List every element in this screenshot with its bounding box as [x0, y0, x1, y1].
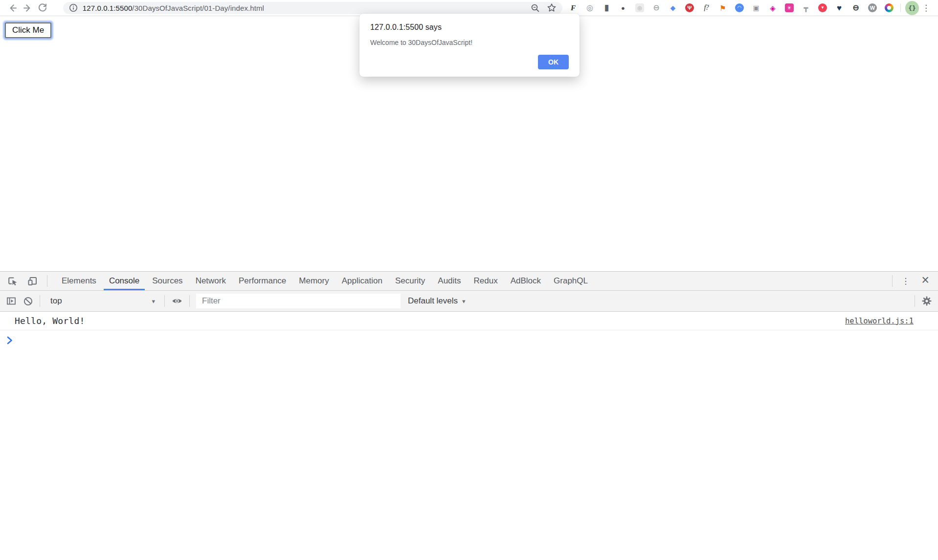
- tabbar-separator: [47, 275, 47, 287]
- tab-adblock[interactable]: AdBlock: [504, 272, 547, 290]
- console-toolbar-separator: [915, 295, 915, 307]
- console-settings-gear-icon[interactable]: [921, 296, 932, 306]
- console-toolbar-separator: [164, 295, 165, 307]
- tab-network[interactable]: Network: [189, 272, 232, 290]
- clear-console-icon[interactable]: [23, 296, 33, 306]
- graphql-extension-icon[interactable]: ◈: [768, 3, 777, 12]
- bookmark-star-icon[interactable]: [547, 3, 557, 13]
- reload-icon: [38, 3, 47, 13]
- blue-orb-extension-icon[interactable]: ◠: [735, 3, 744, 12]
- context-caret-down-icon: ▾: [152, 298, 155, 305]
- site-info-icon[interactable]: [69, 3, 78, 12]
- browser-menu-kebab-icon[interactable]: ⋮: [919, 4, 933, 12]
- heart-search-extension-icon[interactable]: ♥: [835, 3, 844, 12]
- devtools-tab-bar: Elements Console Sources Network Perform…: [0, 272, 938, 291]
- camera-target-extension-icon[interactable]: ◎: [585, 3, 594, 12]
- tab-console[interactable]: Console: [103, 272, 146, 290]
- log-levels-value: Default levels: [408, 296, 458, 306]
- extensions-bar: F ◎ ▐▌ ● ⊕ ⊖ ◆ Ψ f? ⚑ ◠ ▣ ◈ ☀ ┳ ▼ ♥ ⊖ W: [569, 3, 893, 12]
- alert-ok-button[interactable]: OK: [538, 55, 569, 69]
- alert-dialog-title: 127.0.0.1:5500 says: [370, 23, 569, 32]
- zoom-magnifier-icon[interactable]: [531, 3, 540, 13]
- tabbar-right-separator: [892, 275, 893, 287]
- console-prompt-chevron-icon: [7, 336, 13, 345]
- levels-caret-down-icon: ▾: [462, 298, 466, 305]
- tab-sources[interactable]: Sources: [146, 272, 189, 290]
- reload-button[interactable]: [35, 1, 50, 15]
- devtools-panel: Elements Console Sources Network Perform…: [0, 271, 938, 560]
- pocket-extension-icon[interactable]: ▼: [818, 3, 827, 12]
- megaphone-extension-icon[interactable]: ⚑: [718, 3, 727, 12]
- live-expression-eye-icon[interactable]: [171, 295, 183, 307]
- address-bar[interactable]: 127.0.0.1:5500/30DaysOfJavaScript/01-Day…: [63, 2, 562, 14]
- context-selector-value: top: [50, 296, 62, 306]
- color-wheel-extension-icon[interactable]: [885, 3, 893, 12]
- url-host: 127.0.0.1:5500: [83, 4, 133, 12]
- tab-memory[interactable]: Memory: [292, 272, 335, 290]
- bug-extension-icon[interactable]: ●: [619, 3, 627, 12]
- context-selector[interactable]: top ▾: [46, 296, 158, 306]
- tab-graphql[interactable]: GraphQL: [547, 272, 594, 290]
- font-inspector-extension-icon[interactable]: f?: [702, 3, 711, 12]
- fonts-ninja-extension-icon[interactable]: F: [569, 3, 578, 12]
- device-toolbar-icon[interactable]: [27, 276, 38, 287]
- forward-button[interactable]: [20, 1, 35, 15]
- console-filter-input[interactable]: [196, 294, 401, 308]
- console-toolbar-separator: [40, 295, 40, 307]
- console-prompt[interactable]: [0, 330, 938, 350]
- click-me-button[interactable]: Click Me: [5, 22, 51, 38]
- back-button[interactable]: [5, 1, 20, 15]
- devtools-tabs: Elements Console Sources Network Perform…: [55, 272, 594, 290]
- pink-gear-extension-icon[interactable]: ☀: [785, 3, 794, 12]
- console-sidebar-toggle-icon[interactable]: [6, 296, 17, 306]
- url-path: /30DaysOfJavaScript/01-Day/index.html: [132, 4, 264, 12]
- grid-extension-icon[interactable]: ⊕: [635, 3, 644, 12]
- devtools-close-icon[interactable]: ×: [918, 274, 932, 287]
- log-levels-selector[interactable]: Default levels ▾: [408, 296, 466, 306]
- url-text: 127.0.0.1:5500/30DaysOfJavaScript/01-Day…: [83, 4, 264, 12]
- console-log-message: Hello, World!: [15, 316, 845, 326]
- console-log-row: Hello, World! helloworld.js:1: [0, 312, 938, 330]
- devtools-menu-kebab-icon[interactable]: ⋮: [897, 276, 914, 286]
- console-toolbar: top ▾ Default levels ▾: [0, 291, 938, 312]
- alert-dialog-message: Welcome to 30DaysOfJavaScript!: [370, 39, 569, 46]
- toolbar-separator: [900, 3, 901, 12]
- dark-circle-extension-icon[interactable]: ⊖: [851, 3, 860, 12]
- code-circle-extension-icon[interactable]: ⊖: [652, 3, 661, 12]
- split-columns-extension-icon[interactable]: ▐▌: [602, 3, 611, 12]
- tab-security[interactable]: Security: [389, 272, 431, 290]
- inspect-element-icon[interactable]: [7, 276, 18, 287]
- adblock-extension-icon[interactable]: Ψ: [685, 3, 694, 12]
- back-arrow-icon: [7, 3, 18, 13]
- wayback-extension-icon[interactable]: W: [868, 3, 877, 12]
- tab-elements[interactable]: Elements: [55, 272, 103, 290]
- tab-redux[interactable]: Redux: [468, 272, 504, 290]
- screenshot-extension-icon[interactable]: ▣: [752, 3, 760, 12]
- console-source-link[interactable]: helloworld.js:1: [845, 317, 914, 325]
- forward-arrow-icon: [22, 3, 33, 13]
- tab-audits[interactable]: Audits: [431, 272, 467, 290]
- tab-performance[interactable]: Performance: [232, 272, 292, 290]
- color-picker-extension-icon[interactable]: ◆: [669, 3, 677, 12]
- console-output: Hello, World! helloworld.js:1: [0, 312, 938, 560]
- pipeline-extension-icon[interactable]: ┳: [802, 3, 810, 12]
- profile-avatar[interactable]: {}: [905, 1, 919, 15]
- tab-application[interactable]: Application: [335, 272, 389, 290]
- alert-dialog: 127.0.0.1:5500 says Welcome to 30DaysOfJ…: [359, 14, 580, 77]
- console-toolbar-separator: [189, 295, 190, 307]
